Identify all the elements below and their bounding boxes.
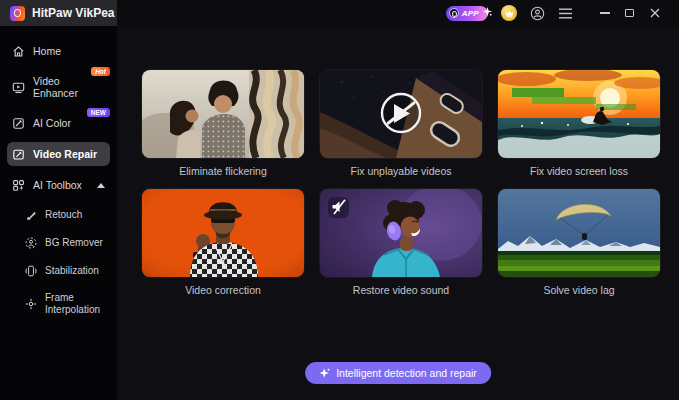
- titlebar-actions: APP: [446, 2, 679, 24]
- ai-toolbox-icon: [12, 179, 25, 192]
- card-thumbnail[interactable]: [498, 70, 660, 158]
- video-enhancer-icon: [12, 81, 25, 94]
- card-thumbnail[interactable]: [142, 189, 304, 277]
- card-label: Restore video sound: [320, 284, 482, 297]
- card-label: Solve video lag: [498, 284, 660, 297]
- minimize-button[interactable]: [592, 2, 617, 24]
- card-solve-video-lag[interactable]: Solve video lag: [498, 189, 660, 297]
- card-label: Eliminate flickering: [142, 165, 304, 178]
- app-logo-icon: [10, 6, 25, 21]
- sidebar-subitem-stabilization[interactable]: Stabilization: [7, 260, 110, 282]
- stabilization-icon: [25, 265, 37, 277]
- screen-loss-video-preview: [498, 70, 660, 158]
- app-pill-logo-icon: [449, 8, 459, 18]
- new-badge: NEW: [87, 108, 110, 117]
- sidebar-item-label: Video Repair: [33, 148, 97, 160]
- sidebar-subitem-frame-interpolation[interactable]: Frame Interpolation: [7, 288, 110, 319]
- intelligent-detection-button[interactable]: Intelligent detection and repair: [305, 362, 491, 384]
- bg-remover-icon: [25, 237, 37, 249]
- sidebar: Home Video Enhancer Hot AI Color NEW: [0, 26, 117, 400]
- ai-color-icon: [12, 117, 25, 130]
- sidebar-item-ai-color[interactable]: AI Color NEW: [7, 111, 110, 135]
- account-icon: [530, 6, 545, 21]
- card-eliminate-flickering[interactable]: Eliminate flickering: [142, 70, 304, 178]
- close-button[interactable]: [642, 2, 667, 24]
- hamburger-menu-icon: [559, 8, 572, 19]
- intelligent-detection-label: Intelligent detection and repair: [336, 367, 477, 379]
- sidebar-item-video-repair[interactable]: Video Repair: [7, 142, 110, 166]
- minimize-icon: [600, 12, 610, 13]
- retouch-icon: [25, 209, 37, 221]
- card-thumbnail[interactable]: [498, 189, 660, 277]
- titlebar: HitPaw VikPea APP: [0, 0, 679, 26]
- sidebar-item-label: Video Enhancer: [33, 75, 105, 99]
- vip-crown-button[interactable]: [501, 5, 517, 21]
- repair-options-grid: Eliminate flickering: [117, 26, 679, 297]
- close-icon: [650, 8, 660, 18]
- card-label: Fix video screen loss: [498, 165, 660, 178]
- sidebar-item-label: AI Toolbox: [33, 179, 82, 191]
- app-title: HitPaw VikPea: [32, 6, 115, 20]
- flickering-video-preview: [142, 70, 304, 158]
- sidebar-item-label: AI Color: [33, 117, 71, 129]
- card-restore-video-sound[interactable]: Restore video sound: [320, 189, 482, 297]
- sidebar-subitem-label: Frame Interpolation: [45, 292, 106, 315]
- chevron-up-icon[interactable]: [97, 183, 105, 188]
- mobile-app-badge[interactable]: APP: [446, 6, 488, 21]
- app-brand: HitPaw VikPea: [0, 0, 117, 26]
- card-label: Fix unplayable videos: [320, 165, 482, 178]
- frame-interpolation-icon: [25, 298, 37, 310]
- hot-badge: Hot: [91, 67, 110, 76]
- video-repair-icon: [12, 148, 25, 161]
- sidebar-subitem-bg-remover[interactable]: BG Remover: [7, 232, 110, 254]
- maximize-icon: [625, 9, 634, 18]
- sidebar-subitem-retouch[interactable]: Retouch: [7, 204, 110, 226]
- card-thumbnail[interactable]: [142, 70, 304, 158]
- card-thumbnail[interactable]: [320, 189, 482, 277]
- app-pill-label: APP: [462, 9, 479, 18]
- menu-button[interactable]: [558, 6, 573, 21]
- unplayable-video-preview: [320, 70, 482, 158]
- card-fix-unplayable-videos[interactable]: Fix unplayable videos: [320, 70, 482, 178]
- main-content: Eliminate flickering: [117, 26, 679, 400]
- sidebar-item-home[interactable]: Home: [7, 39, 110, 63]
- muted-video-preview: [320, 189, 482, 277]
- sidebar-item-ai-toolbox[interactable]: AI Toolbox: [7, 173, 110, 197]
- crown-icon: [504, 8, 515, 19]
- sidebar-subitem-label: Retouch: [45, 209, 82, 221]
- color-correction-video-preview: [142, 189, 304, 277]
- home-icon: [12, 45, 25, 58]
- account-button[interactable]: [530, 6, 545, 21]
- sidebar-item-label: Home: [33, 45, 61, 57]
- card-fix-video-screen-loss[interactable]: Fix video screen loss: [498, 70, 660, 178]
- window-controls: [592, 2, 667, 24]
- sidebar-subitem-label: Stabilization: [45, 265, 99, 277]
- card-video-correction[interactable]: Video correction: [142, 189, 304, 297]
- sidebar-item-video-enhancer[interactable]: Video Enhancer Hot: [7, 70, 110, 104]
- sparkle-icon: [483, 2, 492, 20]
- card-label: Video correction: [142, 284, 304, 297]
- sparkle-icon: [319, 368, 330, 379]
- lagging-video-preview: [498, 189, 660, 277]
- sidebar-subitem-label: BG Remover: [45, 237, 103, 249]
- card-thumbnail[interactable]: [320, 70, 482, 158]
- maximize-button[interactable]: [617, 2, 642, 24]
